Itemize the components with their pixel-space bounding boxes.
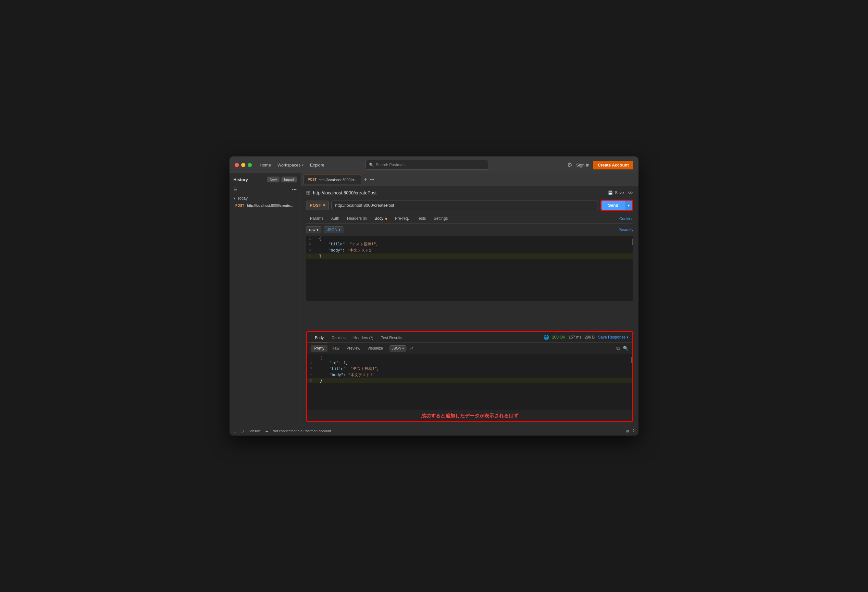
- url-bar: POST ▾ Send ▾: [306, 199, 633, 211]
- tab-auth[interactable]: Auth: [327, 214, 343, 223]
- search-bar[interactable]: 🔍 Search Postman: [366, 160, 489, 170]
- resp-code-line-2: 2 "id": 1,: [307, 360, 632, 366]
- fullscreen-button[interactable]: [248, 163, 252, 167]
- history-group-today: ▾ Today POST http://localhost:8000/creat…: [233, 196, 297, 208]
- response-tabs-bar: Body Cookies Headers (7) Test Results 🌐 …: [307, 332, 632, 343]
- status-right: ⊞ ?: [626, 429, 635, 433]
- search-response-icon[interactable]: 🔍: [623, 345, 629, 351]
- method-chevron-icon: ▾: [323, 203, 325, 208]
- main-layout: History New Import ☰ ••• ▾ Today POST: [229, 173, 639, 426]
- code-snippet-button[interactable]: </>: [628, 190, 633, 195]
- method-select[interactable]: POST ▾: [306, 201, 329, 210]
- tab-body-label: Body: [375, 216, 383, 221]
- resp-code-line-3: 3 "title": "テスト投稿1",: [307, 366, 632, 372]
- wrap-icon[interactable]: ⇌: [410, 345, 413, 351]
- status-bar: ⊡ ⊡ Console ☁ Not connected to a Postman…: [229, 426, 639, 436]
- tab-body[interactable]: Body: [371, 214, 391, 223]
- resp-headers-count: (7): [369, 336, 373, 340]
- tab-createpost[interactable]: POST http://localhost:8000/cr...: [304, 175, 361, 185]
- resp-code-line-5: 5 }: [307, 378, 632, 383]
- resp-tab-body[interactable]: Body: [311, 334, 328, 343]
- resp-code-line-4: 4 "body": "本文テスト1": [307, 372, 632, 378]
- console-icon[interactable]: ⊡: [241, 429, 244, 433]
- response-panel: Body Cookies Headers (7) Test Results 🌐 …: [306, 331, 633, 422]
- layout-icon[interactable]: ⊞: [626, 429, 629, 433]
- body-options: raw ▾ JSON ▾ Beautify: [306, 226, 633, 233]
- copy-icon[interactable]: ⧉: [616, 345, 620, 351]
- chevron-down-icon: ▾: [302, 163, 304, 167]
- close-button[interactable]: [235, 163, 239, 167]
- history-item[interactable]: POST http://localhost:8000/createPost: [233, 202, 297, 208]
- tab-prereq[interactable]: Pre-req.: [391, 214, 413, 223]
- nav-explore[interactable]: Explore: [310, 162, 324, 167]
- resp-json-select[interactable]: JSON ▾: [390, 345, 406, 351]
- headers-count-badge: (8): [363, 217, 367, 220]
- scrollbar[interactable]: [632, 239, 633, 245]
- nav-home[interactable]: Home: [260, 162, 271, 167]
- content-area: POST http://localhost:8000/cr... + ••• ⊞…: [301, 173, 639, 426]
- body-active-indicator: [385, 218, 387, 220]
- response-size: 296 B: [585, 335, 595, 340]
- code-line-1: 1 {: [306, 236, 633, 241]
- code-line-3: 3 "body": "本文テスト1": [306, 247, 633, 254]
- code-line-2: 2 "title": "テスト投稿1",: [306, 241, 633, 247]
- resp-tab-headers[interactable]: Headers (7): [350, 334, 377, 343]
- chevron-down-icon: ▾: [233, 196, 235, 201]
- sidebar: History New Import ☰ ••• ▾ Today POST: [229, 173, 301, 426]
- tab-bar: POST http://localhost:8000/cr... + •••: [301, 173, 639, 186]
- method-badge: POST: [235, 204, 244, 207]
- json-format-label: JSON: [327, 227, 337, 232]
- tab-more-button[interactable]: •••: [370, 177, 375, 182]
- request-body-editor[interactable]: 1 { 2 "title": "テスト投稿1", 3 "body": "本文テス…: [306, 236, 633, 301]
- save-icon: 💾: [608, 190, 613, 195]
- cloud-icon: ☁: [264, 429, 269, 433]
- resp-headers-label: Headers: [353, 336, 368, 340]
- sidebar-toggle-icon[interactable]: ⊡: [233, 429, 237, 433]
- settings-button[interactable]: ⚙: [567, 161, 572, 168]
- json-chevron-icon: ▾: [338, 227, 341, 232]
- json-format-select[interactable]: JSON ▾: [324, 226, 344, 233]
- save-response-button[interactable]: Save Response ▾: [598, 335, 629, 340]
- send-button-wrap: Send ▾: [601, 199, 633, 211]
- resp-code-line-1: 1 {: [307, 356, 632, 360]
- tab-settings[interactable]: Settings: [430, 214, 452, 223]
- filter-icon[interactable]: ☰: [233, 187, 238, 192]
- save-button[interactable]: 💾 Save: [608, 190, 624, 195]
- tab-params[interactable]: Params: [306, 214, 327, 223]
- resp-tab-test-results[interactable]: Test Results: [377, 334, 406, 343]
- help-icon[interactable]: ?: [632, 429, 635, 433]
- send-dropdown-button[interactable]: ▾: [625, 201, 632, 210]
- resp-subtab-visualize[interactable]: Visualize: [364, 345, 386, 352]
- resp-tab-cookies[interactable]: Cookies: [328, 334, 349, 343]
- titlebar-right: ⚙ Sign In Create Account: [567, 161, 633, 170]
- beautify-button[interactable]: Beautify: [619, 227, 633, 232]
- nav-workspaces[interactable]: Workspaces ▾: [278, 162, 304, 167]
- console-label[interactable]: Console: [248, 429, 261, 433]
- resp-scrollbar[interactable]: [631, 357, 632, 363]
- url-input[interactable]: [331, 201, 598, 210]
- titlebar: Home Workspaces ▾ Explore 🔍 Search Postm…: [229, 156, 639, 173]
- tab-tests[interactable]: Tests: [413, 214, 430, 223]
- resp-subtab-raw[interactable]: Raw: [328, 345, 342, 352]
- import-button[interactable]: Import: [282, 177, 297, 182]
- send-button[interactable]: Send: [601, 201, 625, 210]
- history-group-header[interactable]: ▾ Today: [233, 196, 297, 201]
- request-header: ⊞ http://localhost:8000/createPost 💾 Sav…: [306, 189, 633, 196]
- response-status-badge: 200 OK: [552, 335, 565, 340]
- signin-button[interactable]: Sign In: [576, 162, 589, 167]
- cookies-link[interactable]: Cookies: [619, 214, 633, 223]
- tab-headers-label: Headers: [347, 216, 362, 221]
- resp-sub-icons: ⧉ 🔍: [616, 345, 629, 351]
- app-window: Home Workspaces ▾ Explore 🔍 Search Postm…: [229, 156, 639, 436]
- new-tab-button[interactable]: +: [362, 177, 369, 182]
- new-button[interactable]: New: [267, 177, 279, 182]
- create-account-button[interactable]: Create Account: [593, 161, 633, 170]
- minimize-button[interactable]: [241, 163, 245, 167]
- resp-subtab-pretty[interactable]: Pretty: [311, 345, 328, 352]
- body-type-select[interactable]: raw ▾: [306, 226, 321, 233]
- request-icon: ⊞: [306, 189, 310, 196]
- body-type-label: raw: [309, 227, 315, 232]
- resp-subtab-preview[interactable]: Preview: [343, 345, 363, 352]
- sidebar-more-icon[interactable]: •••: [292, 187, 297, 192]
- tab-headers[interactable]: Headers (8): [343, 214, 371, 223]
